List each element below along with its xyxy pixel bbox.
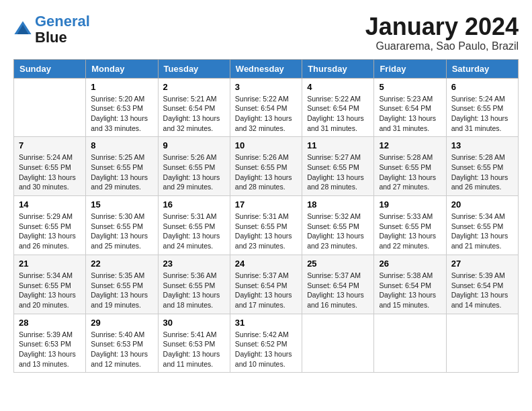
day-info: Sunrise: 5:39 AMSunset: 6:53 PMDaylight:… <box>19 330 81 369</box>
day-number: 30 <box>163 318 225 328</box>
title-area: January 2024 Guararema, Sao Paulo, Brazi… <box>365 13 519 52</box>
logo: GeneralBlue <box>13 13 90 46</box>
day-info: Sunrise: 5:36 AMSunset: 6:55 PMDaylight:… <box>163 271 225 310</box>
calendar-cell: 11Sunrise: 5:27 AMSunset: 6:55 PMDayligh… <box>302 137 374 196</box>
day-number: 5 <box>379 82 441 92</box>
calendar-cell: 6Sunrise: 5:24 AMSunset: 6:55 PMDaylight… <box>446 78 518 137</box>
week-row-5: 28Sunrise: 5:39 AMSunset: 6:53 PMDayligh… <box>14 314 519 373</box>
calendar-cell: 25Sunrise: 5:37 AMSunset: 6:54 PMDayligh… <box>302 255 374 314</box>
day-info: Sunrise: 5:42 AMSunset: 6:52 PMDaylight:… <box>235 330 297 369</box>
day-number: 26 <box>379 259 441 269</box>
day-info: Sunrise: 5:34 AMSunset: 6:55 PMDaylight:… <box>451 212 513 251</box>
day-number: 20 <box>451 199 513 210</box>
weekday-header-row: SundayMondayTuesdayWednesdayThursdayFrid… <box>14 59 519 78</box>
calendar-cell: 9Sunrise: 5:26 AMSunset: 6:55 PMDaylight… <box>158 137 230 196</box>
day-number: 15 <box>91 199 152 210</box>
day-info: Sunrise: 5:25 AMSunset: 6:55 PMDaylight:… <box>91 152 152 192</box>
day-info: Sunrise: 5:41 AMSunset: 6:53 PMDaylight:… <box>163 330 225 369</box>
calendar-cell: 2Sunrise: 5:21 AMSunset: 6:54 PMDaylight… <box>158 78 230 137</box>
day-number: 11 <box>307 140 369 150</box>
day-number: 17 <box>235 199 297 210</box>
day-info: Sunrise: 5:31 AMSunset: 6:55 PMDaylight:… <box>235 212 297 251</box>
day-number: 9 <box>163 140 225 150</box>
calendar-cell: 10Sunrise: 5:26 AMSunset: 6:55 PMDayligh… <box>230 137 302 196</box>
day-info: Sunrise: 5:38 AMSunset: 6:54 PMDaylight:… <box>379 271 441 310</box>
calendar-cell <box>14 78 86 137</box>
day-info: Sunrise: 5:22 AMSunset: 6:54 PMDaylight:… <box>307 94 369 134</box>
day-number: 24 <box>235 259 297 269</box>
calendar-cell <box>302 314 374 373</box>
calendar-cell: 26Sunrise: 5:38 AMSunset: 6:54 PMDayligh… <box>374 255 446 314</box>
day-number: 18 <box>307 199 369 210</box>
day-info: Sunrise: 5:40 AMSunset: 6:53 PMDaylight:… <box>91 330 152 369</box>
day-number: 23 <box>163 259 225 269</box>
weekday-header-saturday: Saturday <box>446 59 518 78</box>
calendar-cell <box>374 314 446 373</box>
day-info: Sunrise: 5:26 AMSunset: 6:55 PMDaylight:… <box>235 152 297 192</box>
calendar-cell: 16Sunrise: 5:31 AMSunset: 6:55 PMDayligh… <box>158 196 230 255</box>
day-number: 3 <box>235 82 297 92</box>
day-info: Sunrise: 5:37 AMSunset: 6:54 PMDaylight:… <box>235 271 297 310</box>
day-info: Sunrise: 5:35 AMSunset: 6:55 PMDaylight:… <box>91 271 152 310</box>
day-info: Sunrise: 5:21 AMSunset: 6:54 PMDaylight:… <box>163 94 225 134</box>
calendar-cell: 13Sunrise: 5:28 AMSunset: 6:55 PMDayligh… <box>446 137 518 196</box>
day-number: 14 <box>19 199 81 210</box>
calendar-cell: 27Sunrise: 5:39 AMSunset: 6:54 PMDayligh… <box>446 255 518 314</box>
calendar-cell: 31Sunrise: 5:42 AMSunset: 6:52 PMDayligh… <box>230 314 302 373</box>
weekday-header-friday: Friday <box>374 59 446 78</box>
day-info: Sunrise: 5:22 AMSunset: 6:54 PMDaylight:… <box>235 94 297 134</box>
day-number: 19 <box>379 199 441 210</box>
day-number: 8 <box>91 140 152 150</box>
location-title: Guararema, Sao Paulo, Brazil <box>365 40 519 52</box>
week-row-3: 14Sunrise: 5:29 AMSunset: 6:55 PMDayligh… <box>14 196 519 255</box>
calendar-cell <box>446 314 518 373</box>
day-info: Sunrise: 5:33 AMSunset: 6:55 PMDaylight:… <box>379 212 441 251</box>
day-info: Sunrise: 5:23 AMSunset: 6:54 PMDaylight:… <box>379 94 441 134</box>
day-number: 25 <box>307 259 369 269</box>
day-number: 13 <box>451 140 513 150</box>
calendar-cell: 3Sunrise: 5:22 AMSunset: 6:54 PMDaylight… <box>230 78 302 137</box>
weekday-header-monday: Monday <box>86 59 158 78</box>
day-number: 6 <box>451 82 513 92</box>
day-number: 28 <box>19 318 81 328</box>
day-info: Sunrise: 5:28 AMSunset: 6:55 PMDaylight:… <box>379 152 441 192</box>
day-info: Sunrise: 5:29 AMSunset: 6:55 PMDaylight:… <box>19 212 81 251</box>
calendar-cell: 4Sunrise: 5:22 AMSunset: 6:54 PMDaylight… <box>302 78 374 137</box>
week-row-4: 21Sunrise: 5:34 AMSunset: 6:55 PMDayligh… <box>14 255 519 314</box>
calendar-cell: 8Sunrise: 5:25 AMSunset: 6:55 PMDaylight… <box>86 137 158 196</box>
logo-icon <box>13 20 32 39</box>
day-number: 10 <box>235 140 297 150</box>
day-info: Sunrise: 5:37 AMSunset: 6:54 PMDaylight:… <box>307 271 369 310</box>
calendar-cell: 14Sunrise: 5:29 AMSunset: 6:55 PMDayligh… <box>14 196 86 255</box>
calendar-cell: 7Sunrise: 5:24 AMSunset: 6:55 PMDaylight… <box>14 137 86 196</box>
day-number: 1 <box>91 82 152 92</box>
calendar-cell: 15Sunrise: 5:30 AMSunset: 6:55 PMDayligh… <box>86 196 158 255</box>
calendar-cell: 20Sunrise: 5:34 AMSunset: 6:55 PMDayligh… <box>446 196 518 255</box>
day-number: 2 <box>163 82 225 92</box>
week-row-1: 1Sunrise: 5:20 AMSunset: 6:53 PMDaylight… <box>14 78 519 137</box>
calendar-cell: 21Sunrise: 5:34 AMSunset: 6:55 PMDayligh… <box>14 255 86 314</box>
logo-text: GeneralBlue <box>35 13 90 46</box>
calendar-cell: 1Sunrise: 5:20 AMSunset: 6:53 PMDaylight… <box>86 78 158 137</box>
month-title: January 2024 <box>365 13 519 40</box>
day-info: Sunrise: 5:28 AMSunset: 6:55 PMDaylight:… <box>451 152 513 192</box>
calendar-cell: 30Sunrise: 5:41 AMSunset: 6:53 PMDayligh… <box>158 314 230 373</box>
day-info: Sunrise: 5:32 AMSunset: 6:55 PMDaylight:… <box>307 212 369 251</box>
week-row-2: 7Sunrise: 5:24 AMSunset: 6:55 PMDaylight… <box>14 137 519 196</box>
day-number: 12 <box>379 140 441 150</box>
weekday-header-tuesday: Tuesday <box>158 59 230 78</box>
day-number: 31 <box>235 318 297 328</box>
calendar-cell: 17Sunrise: 5:31 AMSunset: 6:55 PMDayligh… <box>230 196 302 255</box>
day-number: 22 <box>91 259 152 269</box>
day-number: 27 <box>451 259 513 269</box>
calendar-table: SundayMondayTuesdayWednesdayThursdayFrid… <box>13 59 519 373</box>
day-info: Sunrise: 5:24 AMSunset: 6:55 PMDaylight:… <box>451 94 513 134</box>
day-info: Sunrise: 5:34 AMSunset: 6:55 PMDaylight:… <box>19 271 81 310</box>
calendar-cell: 29Sunrise: 5:40 AMSunset: 6:53 PMDayligh… <box>86 314 158 373</box>
calendar-cell: 28Sunrise: 5:39 AMSunset: 6:53 PMDayligh… <box>14 314 86 373</box>
day-info: Sunrise: 5:31 AMSunset: 6:55 PMDaylight:… <box>163 212 225 251</box>
page-header: GeneralBlue January 2024 Guararema, Sao … <box>13 13 519 52</box>
weekday-header-sunday: Sunday <box>14 59 86 78</box>
day-number: 21 <box>19 259 81 269</box>
day-info: Sunrise: 5:26 AMSunset: 6:55 PMDaylight:… <box>163 152 225 192</box>
